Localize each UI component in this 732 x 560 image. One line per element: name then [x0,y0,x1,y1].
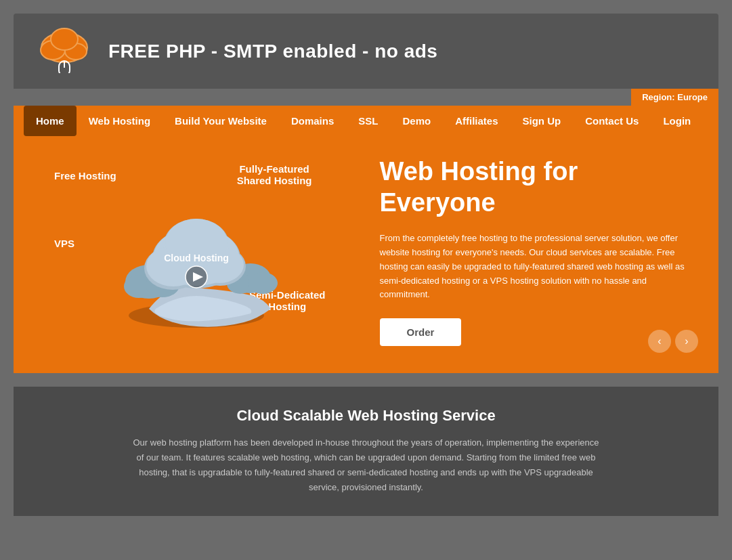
nav-ssl[interactable]: SSL [346,106,390,136]
nav-home[interactable]: Home [24,106,77,136]
order-button[interactable]: Order [380,318,462,346]
nav-login[interactable]: Login [651,106,703,136]
nav-signup[interactable]: Sign Up [511,106,574,136]
bottom-description: Our web hosting platform has been develo… [129,435,603,495]
nav-demo[interactable]: Demo [390,106,443,136]
cloud-illustration: Cloud Hosting [95,184,298,319]
carousel-next[interactable]: › [675,330,698,353]
svg-point-3 [51,28,78,50]
nav-build-website[interactable]: Build Your Website [163,106,279,136]
bottom-title: Cloud Scalable Web Hosting Service [41,407,691,425]
main-content: Home Web Hosting Build Your Website Doma… [14,106,718,373]
nav-domains[interactable]: Domains [279,106,346,136]
nav-affiliates[interactable]: Affiliates [443,106,510,136]
hero-description: From the completely free hosting to the … [380,232,692,302]
header: FREE PHP - SMTP enabled - no ads [14,14,718,89]
nav-contact[interactable]: Contact Us [573,106,651,136]
label-vps: VPS [54,238,74,249]
hero-section: Free Hosting Fully-FeaturedShared Hostin… [14,136,718,373]
hero-title: Web Hosting for Everyone [380,156,692,218]
hero-wrapper: Free Hosting Fully-FeaturedShared Hostin… [14,136,718,373]
label-free-hosting: Free Hosting [54,170,116,181]
hero-content: Web Hosting for Everyone From the comple… [366,156,692,346]
navigation: Home Web Hosting Build Your Website Doma… [14,106,718,136]
cloud-labels: Free Hosting Fully-FeaturedShared Hostin… [41,156,353,346]
header-title: FREE PHP - SMTP enabled - no ads [108,41,437,62]
label-fully-featured: Fully-FeaturedShared Hosting [237,163,312,186]
carousel-controls: ‹ › [648,330,698,353]
nav-web-hosting[interactable]: Web Hosting [77,106,163,136]
logo [34,26,95,77]
bottom-section: Cloud Scalable Web Hosting Service Our w… [14,387,718,515]
svg-point-12 [248,272,278,294]
region-bar: Region: Europe [14,89,718,106]
region-badge: Region: Europe [631,89,718,106]
carousel-prev[interactable]: ‹ [648,330,671,353]
svg-text:Cloud Hosting: Cloud Hosting [164,253,229,263]
hero-illustration: Free Hosting Fully-FeaturedShared Hostin… [41,156,353,346]
